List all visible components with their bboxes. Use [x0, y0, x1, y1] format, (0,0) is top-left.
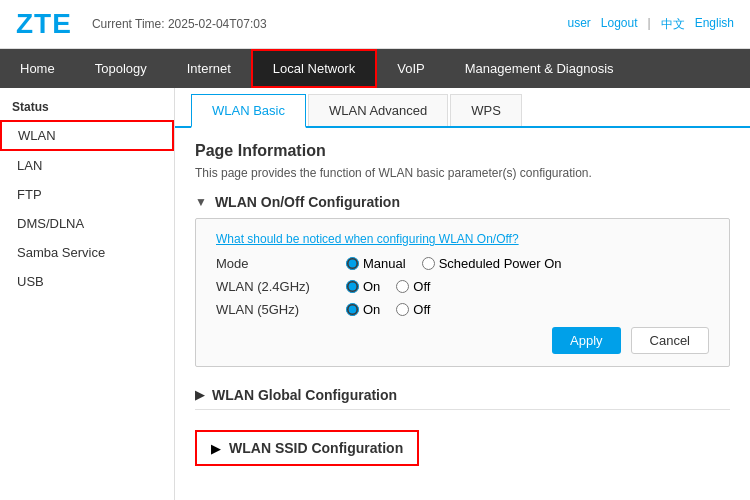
logout-link[interactable]: Logout	[601, 16, 638, 33]
nav-local-network[interactable]: Local Network	[251, 49, 377, 88]
sidebar: Status WLAN LAN FTP DMS/DLNA Samba Servi…	[0, 88, 175, 500]
tab-bar: WLAN Basic WLAN Advanced WPS	[175, 88, 750, 128]
mode-scheduled-radio[interactable]	[422, 257, 435, 270]
wlan-onoff-link[interactable]: What should be noticed when configuring …	[216, 232, 519, 246]
lang-cn-link[interactable]: 中文	[661, 16, 685, 33]
user-link[interactable]: user	[567, 16, 590, 33]
mode-scheduled-label: Scheduled Power On	[439, 256, 562, 271]
sidebar-item-dms-dlna[interactable]: DMS/DLNA	[0, 209, 174, 238]
header-right: user Logout | 中文 English	[567, 16, 734, 33]
wlan-onoff-header[interactable]: ▼ WLAN On/Off Configuration	[195, 194, 730, 210]
wlan5-off-label: Off	[413, 302, 430, 317]
sidebar-item-ftp[interactable]: FTP	[0, 180, 174, 209]
page-title: Page Information	[195, 142, 730, 160]
wlan24-off[interactable]: Off	[396, 279, 430, 294]
wlan-global-header[interactable]: ▶ WLAN Global Configuration	[195, 381, 730, 410]
sidebar-item-wlan[interactable]: WLAN	[0, 120, 174, 151]
main-content: WLAN Basic WLAN Advanced WPS Page Inform…	[175, 88, 750, 500]
mode-row: Mode Manual Scheduled Power On	[216, 256, 709, 271]
cancel-button[interactable]: Cancel	[631, 327, 709, 354]
wlan5-label: WLAN (5GHz)	[216, 302, 346, 317]
tab-wlan-advanced[interactable]: WLAN Advanced	[308, 94, 448, 126]
apply-button[interactable]: Apply	[552, 327, 621, 354]
wlan-global-title: WLAN Global Configuration	[212, 387, 397, 403]
wlan5-radio-group: On Off	[346, 302, 430, 317]
wlan-onoff-title: WLAN On/Off Configuration	[215, 194, 400, 210]
sidebar-item-usb[interactable]: USB	[0, 267, 174, 296]
mode-manual-label: Manual	[363, 256, 406, 271]
wlan24-row: WLAN (2.4GHz) On Off	[216, 279, 709, 294]
mode-radio-group: Manual Scheduled Power On	[346, 256, 562, 271]
onoff-button-row: Apply Cancel	[216, 327, 709, 354]
sidebar-item-lan[interactable]: LAN	[0, 151, 174, 180]
wlan5-on-label: On	[363, 302, 380, 317]
wlan5-off[interactable]: Off	[396, 302, 430, 317]
nav-voip[interactable]: VoIP	[377, 49, 444, 88]
mode-label: Mode	[216, 256, 346, 271]
wlan5-row: WLAN (5GHz) On Off	[216, 302, 709, 317]
navbar: Home Topology Internet Local Network VoI…	[0, 49, 750, 88]
wlan5-on-radio[interactable]	[346, 303, 359, 316]
wlan24-label: WLAN (2.4GHz)	[216, 279, 346, 294]
content-area: Status WLAN LAN FTP DMS/DLNA Samba Servi…	[0, 88, 750, 500]
wlan-onoff-box: What should be noticed when configuring …	[195, 218, 730, 367]
page-content: Page Information This page provides the …	[175, 128, 750, 480]
nav-management[interactable]: Management & Diagnosis	[445, 49, 634, 88]
wlan5-on[interactable]: On	[346, 302, 380, 317]
sidebar-section-status: Status	[0, 96, 174, 118]
wlan24-radio-group: On Off	[346, 279, 430, 294]
sidebar-item-samba[interactable]: Samba Service	[0, 238, 174, 267]
tab-wlan-basic[interactable]: WLAN Basic	[191, 94, 306, 128]
wlan-ssid-title: WLAN SSID Configuration	[229, 440, 403, 456]
header: ZTE Current Time: 2025-02-04T07:03 user …	[0, 0, 750, 49]
wlan-ssid-box[interactable]: ▶ WLAN SSID Configuration	[195, 430, 419, 466]
wlan24-on[interactable]: On	[346, 279, 380, 294]
wlan-onoff-section: ▼ WLAN On/Off Configuration What should …	[195, 194, 730, 367]
nav-internet[interactable]: Internet	[167, 49, 251, 88]
wlan24-on-label: On	[363, 279, 380, 294]
wlan5-off-radio[interactable]	[396, 303, 409, 316]
collapse-arrow-onoff: ▼	[195, 195, 207, 209]
collapse-arrow-ssid: ▶	[211, 441, 221, 456]
wlan24-off-label: Off	[413, 279, 430, 294]
wlan24-on-radio[interactable]	[346, 280, 359, 293]
wlan24-off-radio[interactable]	[396, 280, 409, 293]
nav-home[interactable]: Home	[0, 49, 75, 88]
mode-manual-radio[interactable]	[346, 257, 359, 270]
logo: ZTE	[16, 8, 72, 40]
mode-scheduled[interactable]: Scheduled Power On	[422, 256, 562, 271]
header-left: ZTE Current Time: 2025-02-04T07:03	[16, 8, 267, 40]
wlan-global-section: ▶ WLAN Global Configuration	[195, 381, 730, 410]
nav-topology[interactable]: Topology	[75, 49, 167, 88]
current-time: Current Time: 2025-02-04T07:03	[92, 17, 267, 31]
collapse-arrow-global: ▶	[195, 388, 204, 402]
tab-wps[interactable]: WPS	[450, 94, 522, 126]
lang-en-link[interactable]: English	[695, 16, 734, 33]
wlan-ssid-section: ▶ WLAN SSID Configuration	[195, 424, 730, 466]
page-description: This page provides the function of WLAN …	[195, 166, 730, 180]
mode-manual[interactable]: Manual	[346, 256, 406, 271]
lang-separator: |	[648, 16, 651, 33]
